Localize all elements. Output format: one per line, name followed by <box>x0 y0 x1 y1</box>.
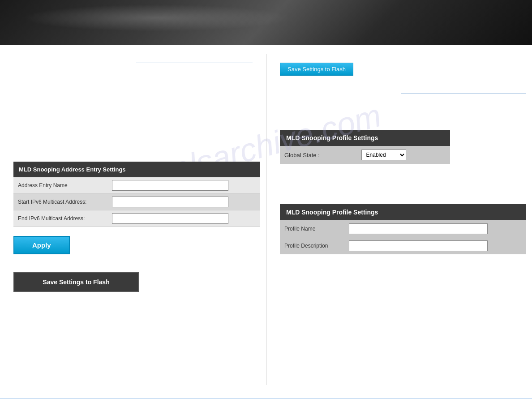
address-entry-name-label: Address Entry Name <box>13 177 107 194</box>
profile-settings-top-title: MLD Snooping Profile Settings <box>280 130 450 146</box>
end-ipv6-label: End IPv6 Multicast Address: <box>13 210 107 227</box>
end-ipv6-input[interactable] <box>112 213 228 224</box>
right-top-divider <box>401 94 526 94</box>
profile-settings-top-table: MLD Snooping Profile Settings Global Sta… <box>280 130 450 164</box>
address-entry-name-input[interactable] <box>112 180 228 191</box>
left-top-divider <box>136 63 253 63</box>
table-row: Address Entry Name <box>13 177 260 194</box>
table-row: End IPv6 Multicast Address: <box>13 210 260 227</box>
profile-name-label: Profile Name <box>280 220 344 237</box>
save-settings-flash-button-left[interactable]: Save Settings to Flash <box>13 272 139 292</box>
profile-settings-bottom-title: MLD Snooping Profile Settings <box>280 204 526 220</box>
apply-button[interactable]: Apply <box>13 236 70 254</box>
address-entry-settings-title: MLD Snooping Address Entry Settings <box>13 162 260 177</box>
left-panel: MLD Snooping Address Entry Settings Addr… <box>0 54 266 385</box>
table-row: Global State : Enabled Disabled <box>280 146 450 164</box>
table-row: Profile Name <box>280 220 526 237</box>
profile-name-cell <box>344 220 526 237</box>
profile-settings-bottom-table: MLD Snooping Profile Settings Profile Na… <box>280 204 526 254</box>
address-entry-settings-table: MLD Snooping Address Entry Settings Addr… <box>13 162 260 227</box>
right-panel: Save Settings to Flash MLD Snooping Prof… <box>266 54 532 385</box>
save-settings-flash-button-top[interactable]: Save Settings to Flash <box>280 63 353 76</box>
table-row: Profile Description <box>280 237 526 254</box>
address-entry-name-cell <box>107 177 260 194</box>
table-row: Start IPv6 Multicast Address: <box>13 194 260 210</box>
profile-description-cell <box>344 237 526 254</box>
profile-description-input[interactable] <box>349 240 488 251</box>
profile-description-label: Profile Description <box>280 237 344 254</box>
global-state-cell: Enabled Disabled <box>357 146 450 164</box>
main-content: MLD Snooping Address Entry Settings Addr… <box>0 45 532 394</box>
global-state-select[interactable]: Enabled Disabled <box>361 150 406 160</box>
header-banner <box>0 0 532 45</box>
profile-name-input[interactable] <box>349 223 488 234</box>
start-ipv6-input[interactable] <box>112 197 228 207</box>
global-state-label: Global State : <box>280 146 357 164</box>
end-ipv6-cell <box>107 210 260 227</box>
start-ipv6-label: Start IPv6 Multicast Address: <box>13 194 107 210</box>
footer-line <box>0 398 532 399</box>
start-ipv6-cell <box>107 194 260 210</box>
